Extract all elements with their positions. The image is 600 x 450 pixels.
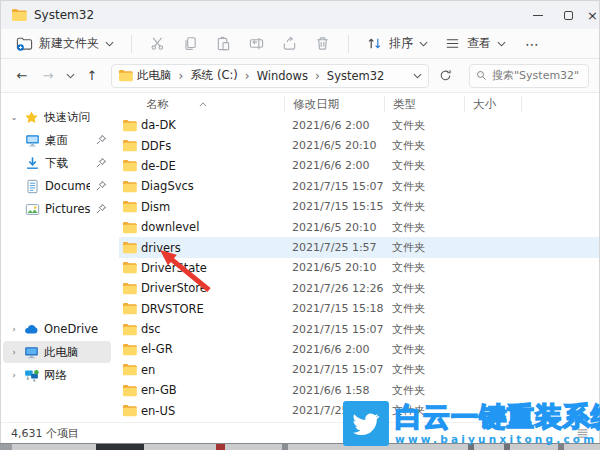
- items-count: 4,631 个项目: [11, 426, 79, 441]
- column-header-date[interactable]: 修改日期: [284, 96, 384, 112]
- sidebar-item-documents[interactable]: Documents: [3, 175, 111, 197]
- sidebar-item-onedrive[interactable]: › OneDrive: [3, 318, 111, 340]
- address-dropdown[interactable]: [413, 73, 422, 79]
- forward-icon: →: [43, 68, 54, 83]
- file-type: 文件夹: [384, 260, 464, 275]
- sidebar-item-network[interactable]: › 网络: [3, 364, 111, 386]
- breadcrumb-box[interactable]: 此电脑 系统 (C:) Windows System32: [111, 64, 429, 88]
- new-folder-button[interactable]: 新建文件夹: [9, 32, 121, 55]
- sort-ascending-icon: [199, 102, 207, 107]
- desktop-icon: [25, 133, 40, 148]
- breadcrumb-link[interactable]: 系统 (C:): [190, 68, 238, 83]
- rename-icon: [248, 35, 265, 52]
- file-row[interactable]: DRVSTORE 2021/7/15 15:18 文件夹: [119, 299, 599, 319]
- file-row[interactable]: downlevel 2021/6/5 20:10 文件夹: [119, 217, 599, 237]
- file-row[interactable]: DriverState 2021/6/5 20:10 文件夹: [119, 258, 599, 278]
- file-date: 2021/6/6 2:00: [284, 343, 384, 356]
- sidebar-item-label: 快速访问: [44, 110, 90, 125]
- file-row[interactable]: de-DE 2021/6/6 2:00 文件夹: [119, 156, 599, 176]
- chevron-down-icon: [413, 73, 422, 79]
- file-name: en-US: [141, 404, 284, 418]
- new-folder-label: 新建文件夹: [39, 35, 99, 52]
- file-row[interactable]: DDFs 2021/6/5 20:10 文件夹: [119, 135, 599, 155]
- file-row[interactable]: el-GR 2021/6/6 2:00 文件夹: [119, 339, 599, 359]
- explorer-tab[interactable]: System32: [1, 1, 108, 29]
- sidebar-item-pictures[interactable]: Pictures: [3, 198, 111, 220]
- close-button[interactable]: ×: [583, 1, 599, 29]
- file-date: 2021/6/5 20:10: [284, 261, 384, 274]
- chevron-expanded-icon: ⌄: [9, 113, 19, 122]
- sort-button[interactable]: 排序: [359, 32, 435, 55]
- titlebar: System32 ×: [1, 1, 599, 29]
- file-name: Dism: [141, 200, 284, 214]
- file-date: 2021/7/15 15:18: [284, 302, 384, 315]
- file-row[interactable]: da-DK 2021/6/6 2:00 文件夹: [119, 115, 599, 135]
- see-more-button[interactable]: ⋯: [515, 36, 550, 52]
- delete-button[interactable]: [307, 32, 338, 55]
- sidebar-item-label: 桌面: [45, 133, 68, 148]
- folder-icon: [122, 301, 137, 316]
- file-type: 文件夹: [384, 362, 464, 377]
- file-row[interactable]: Dism 2021/7/15 15:15 文件夹: [119, 197, 599, 217]
- file-row[interactable]: dsc 2021/7/15 15:07 文件夹: [119, 319, 599, 339]
- paste-icon: [215, 35, 232, 52]
- tab-title: System32: [34, 8, 94, 22]
- sidebar-item-quick-access[interactable]: ⌄ 快速访问: [3, 106, 111, 128]
- breadcrumb-item: 此电脑: [137, 68, 172, 83]
- file-name: DriverStore: [141, 281, 284, 295]
- file-row[interactable]: en-GB 2021/6/6 1:58 文件夹: [119, 380, 599, 400]
- address-bar: ← → ↑ 此电脑 系统 (C:) Windows: [1, 59, 599, 93]
- pin-icon: [95, 134, 107, 146]
- file-date: 2021/6/6 2:00: [284, 159, 384, 172]
- rename-button[interactable]: [241, 32, 272, 55]
- share-button[interactable]: [274, 32, 305, 55]
- sidebar-item-this-pc[interactable]: › 此电脑: [3, 341, 111, 363]
- column-header-name[interactable]: 名称: [119, 96, 284, 112]
- chevron-collapsed-icon: ›: [9, 325, 19, 334]
- breadcrumb-item: Windows: [238, 69, 308, 83]
- file-type: 文件夹: [384, 199, 464, 214]
- minimize-button[interactable]: [523, 1, 553, 29]
- breadcrumb-link[interactable]: Windows: [257, 69, 308, 83]
- file-type: 文件夹: [384, 220, 464, 235]
- refresh-button[interactable]: [433, 65, 457, 87]
- file-name: da-DK: [141, 118, 284, 132]
- search-box[interactable]: [469, 64, 589, 88]
- file-date: 2021/7/25 1:57: [284, 241, 384, 254]
- column-headers: 名称 修改日期 类型 大小: [119, 93, 599, 115]
- sidebar-item-downloads[interactable]: 下载: [3, 152, 111, 174]
- recent-locations-button[interactable]: [63, 65, 77, 87]
- view-button[interactable]: 查看: [437, 32, 513, 55]
- file-type: 文件夹: [384, 179, 464, 194]
- folder-icon: [122, 158, 137, 173]
- file-type: 文件夹: [384, 158, 464, 173]
- sidebar-item-desktop[interactable]: 桌面: [3, 129, 111, 151]
- breadcrumb-link[interactable]: 此电脑: [137, 68, 172, 83]
- file-row[interactable]: en 2021/7/15 15:07 文件夹: [119, 360, 599, 380]
- file-name: drivers: [141, 241, 284, 255]
- breadcrumb-link[interactable]: System32: [327, 69, 385, 83]
- file-type: 文件夹: [384, 138, 464, 153]
- onedrive-icon: [24, 322, 39, 337]
- search-input[interactable]: [492, 69, 582, 82]
- pin-icon: [95, 157, 107, 169]
- back-button[interactable]: ←: [11, 65, 33, 87]
- file-type: 文件夹: [384, 240, 464, 255]
- file-row[interactable]: DriverStore 2021/7/26 12:26 文件夹: [119, 278, 599, 298]
- up-button[interactable]: ↑: [81, 65, 103, 87]
- column-header-type[interactable]: 类型: [384, 96, 464, 112]
- folder-icon: [122, 179, 137, 194]
- cut-icon: [149, 35, 166, 52]
- watermark-url: www.baiyunxitong.com: [395, 433, 600, 445]
- file-row[interactable]: drivers 2021/7/25 1:57 文件夹: [119, 237, 599, 257]
- copy-button[interactable]: [175, 32, 206, 55]
- file-row[interactable]: DiagSvcs 2021/7/15 15:07 文件夹: [119, 176, 599, 196]
- paste-button[interactable]: [208, 32, 239, 55]
- toolbar-separator: [348, 35, 349, 53]
- view-icon: [444, 35, 461, 52]
- maximize-button[interactable]: [553, 1, 583, 29]
- cut-button[interactable]: [142, 32, 173, 55]
- column-header-size[interactable]: 大小: [464, 96, 521, 112]
- forward-button[interactable]: →: [37, 65, 59, 87]
- document-icon: [25, 179, 40, 194]
